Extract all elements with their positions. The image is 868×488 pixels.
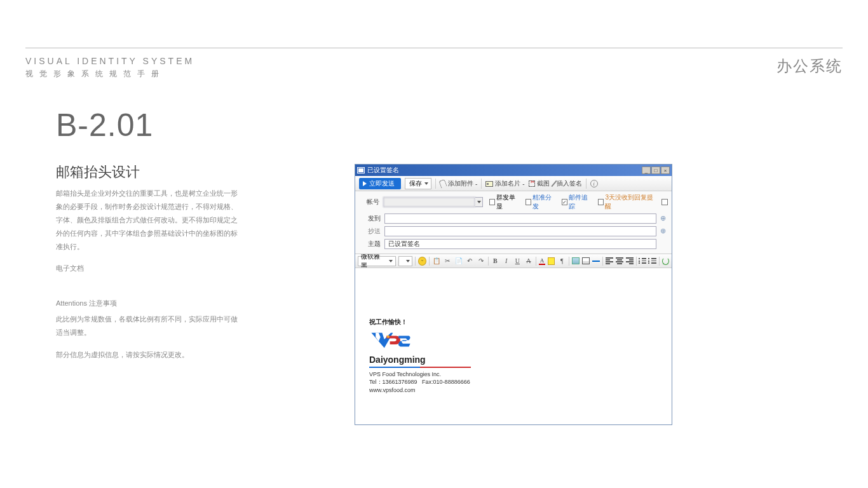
- signature-block: 祝工作愉快！ Daiyongming VPS Food Technologies…: [369, 318, 534, 393]
- to-field[interactable]: [384, 214, 656, 224]
- account-row: 帐号 群发单显 精准分发 邮件追踪 3天没收到回复提醒: [359, 193, 668, 211]
- font-size-select[interactable]: [398, 256, 412, 266]
- section-code: B-2.01: [56, 107, 153, 144]
- chk-track[interactable]: 邮件追踪: [562, 193, 593, 211]
- toolbar-divider: [586, 179, 587, 189]
- refresh-button[interactable]: [662, 257, 669, 265]
- highlight-button[interactable]: [548, 257, 555, 265]
- tel-label: Tel：: [369, 379, 383, 385]
- cc-field[interactable]: [384, 226, 656, 236]
- underline-button[interactable]: U: [513, 256, 522, 266]
- insertsig-label: 插入签名: [557, 179, 582, 188]
- bullet-list-button[interactable]: [639, 257, 647, 264]
- cc-label: 抄送: [359, 227, 384, 236]
- checkbox-icon: [489, 199, 496, 205]
- attach-button[interactable]: 添加附件 -: [440, 179, 477, 188]
- greeting-text: 祝工作愉快！: [369, 318, 534, 327]
- minimize-button[interactable]: _: [642, 166, 651, 174]
- fax-label: Fax:: [422, 379, 433, 385]
- cut-button[interactable]: ✂: [443, 256, 452, 266]
- align-right-button[interactable]: [626, 257, 634, 264]
- top-rule: [25, 48, 843, 48]
- close-button[interactable]: ×: [661, 166, 670, 174]
- account-label: 帐号: [359, 198, 383, 207]
- editor-divider: [659, 257, 660, 266]
- header-category: 办公系统: [776, 56, 843, 76]
- crop-icon: [529, 180, 535, 187]
- italic-button[interactable]: I: [502, 256, 511, 266]
- attach-label: 添加附件: [448, 179, 473, 188]
- desc-sub: 电子文档: [56, 262, 240, 275]
- align-center-button[interactable]: [616, 257, 623, 264]
- undo-button[interactable]: ↶: [465, 256, 474, 266]
- copy-button[interactable]: 📋: [432, 256, 441, 266]
- desc-main: 邮箱抬头是企业对外交往的重要工具，也是树立企业统一形象的必要手段，制作时务必按设…: [56, 187, 240, 253]
- editor-divider: [636, 257, 637, 266]
- editor-body[interactable]: 祝工作愉快！ Daiyongming VPS Food Technologies…: [355, 268, 672, 424]
- bold-button[interactable]: B: [491, 256, 499, 266]
- screenshot-label: 截图: [537, 179, 550, 188]
- editor-divider: [429, 257, 430, 266]
- account-dropdown[interactable]: [475, 197, 482, 207]
- subject-label: 主题: [359, 240, 384, 248]
- mail-app-icon: [357, 167, 365, 173]
- add-cc-button[interactable]: ⊕: [658, 227, 667, 236]
- align-left-button[interactable]: [606, 257, 613, 264]
- signature-company: VPS Food Technologies Inc.: [369, 371, 534, 377]
- description-block: 邮箱抬头是企业对外交往的重要工具，也是树立企业统一形象的必要手段，制作时务必按设…: [56, 187, 240, 362]
- chk-label: 3天没收到回复提醒: [605, 193, 656, 211]
- signature-contact: Tel：13661376989 Fax:010-88886666: [369, 378, 534, 386]
- screenshot-button[interactable]: 截图: [529, 179, 550, 188]
- mail-titlebar: 已设置签名 _ □ ×: [355, 165, 672, 176]
- tel-value: 13661376989: [383, 379, 417, 385]
- card-icon: [485, 181, 493, 187]
- send-button[interactable]: 立即发送: [359, 178, 401, 189]
- font-family-select[interactable]: 微软雅黑: [358, 256, 396, 266]
- account-field[interactable]: [383, 197, 475, 207]
- logo: [369, 330, 534, 353]
- fields-area: 帐号 群发单显 精准分发 邮件追踪 3天没收到回复提醒 发到 ⊕ 抄送 ⊕ 主题…: [355, 191, 672, 254]
- to-row: 发到 ⊕: [359, 213, 668, 224]
- signature-name: Daiyongming: [369, 355, 534, 365]
- addname-button[interactable]: 添加名片 -: [485, 179, 524, 188]
- svg-point-0: [387, 336, 390, 338]
- signature-rule: [369, 367, 471, 368]
- note-2: 部分信息为虚拟信息，请按实际情况更改。: [56, 348, 240, 362]
- editor-divider: [536, 257, 536, 266]
- note-1: 此比例为常规数值，各载体比例有所不同，实际应用中可做适当调整。: [56, 313, 240, 339]
- mail-title-text: 已设置签名: [367, 166, 641, 175]
- editor-divider: [602, 257, 603, 266]
- checkbox-icon: [598, 199, 604, 205]
- save-select[interactable]: 保存: [405, 178, 431, 189]
- editor-toolbar: 微软雅黑 ᵕ 📋 ✂ 📄 ↶ ↷ B I U A A ¶: [355, 254, 672, 268]
- chk-precise[interactable]: 精准分发: [526, 193, 557, 211]
- add-recipient-button[interactable]: ⊕: [658, 214, 667, 223]
- insert-table-button[interactable]: [582, 257, 590, 264]
- format-clear-button[interactable]: ¶: [557, 256, 566, 266]
- info-icon[interactable]: i: [590, 180, 598, 187]
- note-title: Attentions 注意事项: [56, 297, 240, 310]
- redo-button[interactable]: ↷: [477, 256, 485, 266]
- chk-label: 精准分发: [532, 193, 557, 211]
- subject-field[interactable]: 已设置签名: [384, 239, 656, 249]
- maximize-button[interactable]: □: [651, 166, 660, 174]
- chk-groupsend[interactable]: 群发单显: [489, 193, 520, 211]
- paste-button[interactable]: 📄: [454, 256, 463, 266]
- to-label: 发到: [359, 214, 384, 223]
- save-label: 保存: [409, 179, 422, 188]
- header-title-cn: 视觉形象系统规范手册: [25, 69, 194, 79]
- header-left: VISUAL IDENTITY SYSTEM 视觉形象系统规范手册: [25, 56, 194, 79]
- text-color-button[interactable]: A: [539, 257, 546, 265]
- send-options: 群发单显 精准分发 邮件追踪 3天没收到回复提醒: [489, 193, 668, 211]
- strike-button[interactable]: A: [524, 256, 533, 266]
- insert-hr-button[interactable]: [592, 261, 600, 262]
- insert-sig-button[interactable]: 插入签名: [553, 179, 582, 188]
- chk-remind[interactable]: 3天没收到回复提醒: [598, 193, 656, 211]
- checkbox-icon: [562, 199, 568, 205]
- fax-value: 010-88886666: [433, 379, 470, 385]
- insert-image-button[interactable]: [572, 257, 580, 264]
- emoji-button[interactable]: ᵕ: [418, 257, 426, 266]
- number-list-button[interactable]: [649, 257, 656, 264]
- mail-window: 已设置签名 _ □ × 立即发送 保存 添加附件 - 添加名片 - 截图 插入签…: [355, 164, 672, 425]
- chk-extra[interactable]: [661, 199, 668, 205]
